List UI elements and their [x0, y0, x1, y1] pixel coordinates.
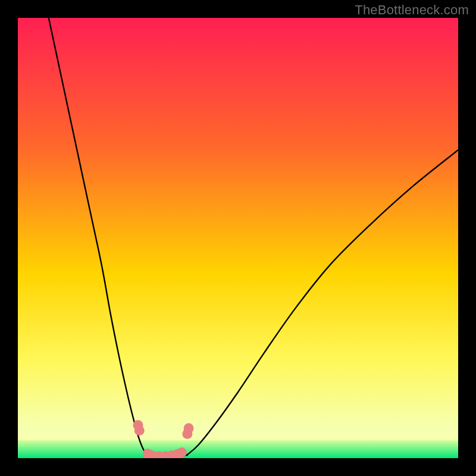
bottleneck-curve [18, 18, 458, 458]
marker-dot [184, 423, 194, 433]
marker-dot [177, 447, 187, 458]
highlight-markers [133, 420, 194, 458]
chart-frame: TheBottleneck.com [0, 0, 476, 476]
watermark-text: TheBottleneck.com [355, 2, 469, 18]
marker-dot [134, 425, 145, 436]
plot-area [18, 18, 458, 458]
curve-path [49, 18, 458, 458]
